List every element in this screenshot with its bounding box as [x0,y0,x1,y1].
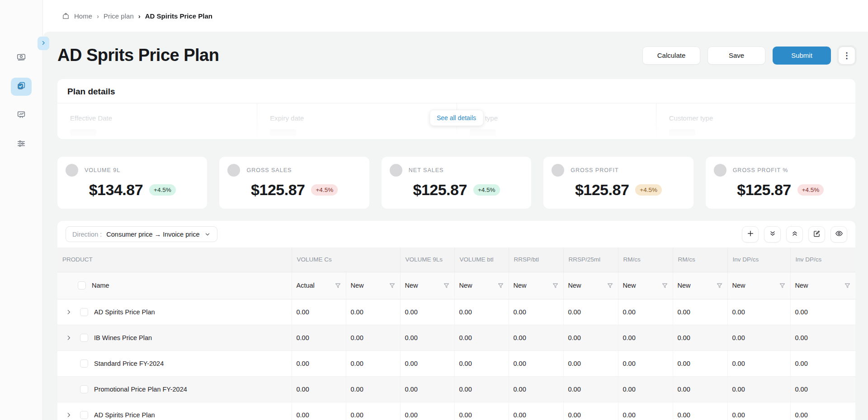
value-cell[interactable]: 0.00 [673,299,727,325]
value-cell[interactable]: 0.00 [346,299,400,325]
direction-value: Consumer price → Invoice price [106,231,199,238]
value-cell[interactable]: 0.00 [346,350,400,376]
value-cell[interactable]: 0.00 [509,299,563,325]
row-checkbox[interactable] [80,308,88,316]
column-group-label: PRODUCT [62,256,93,263]
value-cell[interactable]: 0.00 [790,325,855,350]
sidebar-expand-button[interactable] [38,37,49,50]
value-cell[interactable]: 0.00 [727,325,790,350]
view-button[interactable] [830,226,847,243]
column-group-header: Inv DP/cs [727,247,790,272]
calculate-button[interactable]: Calculate [642,47,700,65]
column-group-label: Inv DP/cs [733,256,759,263]
value-cell[interactable]: 0.00 [454,350,509,376]
value-cell[interactable]: 0.00 [346,325,400,350]
expand-row-icon[interactable] [66,309,72,315]
value-cell[interactable]: 0.00 [790,402,855,420]
filter-icon[interactable] [716,282,723,289]
row-checkbox[interactable] [80,334,88,342]
value-cell[interactable]: 0.00 [454,299,509,325]
value-cell[interactable]: 0.00 [727,299,790,325]
value-cell[interactable]: 0.00 [292,299,346,325]
kpi-delta-badge: +4.5% [797,184,824,196]
value-cell[interactable]: 0.00 [292,402,346,420]
direction-dropdown[interactable]: Direction : Consumer price → Invoice pri… [66,226,217,242]
table-header: PRODUCTVOLUME CsVOLUME 9LsVOLUME btlRRSP… [57,247,855,299]
row-checkbox[interactable] [80,411,88,419]
value-cell[interactable]: 0.00 [509,402,563,420]
value-cell[interactable]: 0.00 [563,299,618,325]
breadcrumb-home[interactable]: Home [74,12,92,20]
value-cell[interactable]: 0.00 [509,325,563,350]
filter-icon[interactable] [389,282,396,289]
chevrons-down-icon [769,230,776,238]
value-cell[interactable]: 0.00 [292,376,346,402]
value-cell[interactable]: 0.00 [563,325,618,350]
see-all-details-button[interactable]: See all details [429,110,483,126]
value-cell[interactable]: 0.00 [790,299,855,325]
filter-icon[interactable] [607,282,613,289]
row-name: AD Spirits Price Plan [94,308,155,316]
value-cell[interactable]: 0.00 [509,350,563,376]
save-button[interactable]: Save [708,47,765,65]
kpi-label: GROSS SALES [246,167,292,173]
sidebar-item-settings[interactable] [11,135,32,154]
sidebar-item-payments[interactable] [11,49,32,67]
value-cell[interactable]: 0.00 [292,325,346,350]
value-cell[interactable]: 0.00 [727,376,790,402]
row-checkbox[interactable] [80,359,88,368]
value-cell[interactable]: 0.00 [790,376,855,402]
sidebar-item-analytics[interactable] [11,107,32,125]
filter-icon[interactable] [443,282,450,289]
edit-button[interactable] [808,226,825,243]
row-checkbox[interactable] [80,385,88,393]
filter-icon[interactable] [335,282,341,289]
collapse-all-button[interactable] [786,226,803,243]
value-cell[interactable]: 0.00 [673,350,727,376]
filter-icon[interactable] [779,282,786,289]
filter-icon[interactable] [844,282,851,289]
value-cell[interactable]: 0.00 [673,325,727,350]
sidebar [0,0,43,420]
value-cell[interactable]: 0.00 [727,350,790,376]
breadcrumb-price-plan[interactable]: Price plan [104,12,134,20]
value-cell[interactable]: 0.00 [454,402,509,420]
eye-icon [835,229,843,239]
value-cell[interactable]: 0.00 [400,299,454,325]
more-actions-button[interactable]: ⋮ [838,47,855,65]
value-cell[interactable]: 0.00 [400,376,454,402]
value-cell[interactable]: 0.00 [346,402,400,420]
value-cell[interactable]: 0.00 [618,376,673,402]
value-cell[interactable]: 0.00 [618,325,673,350]
value-cell[interactable]: 0.00 [400,350,454,376]
submit-button[interactable]: Submit [773,47,831,65]
filter-icon[interactable] [661,282,668,289]
value-cell[interactable]: 0.00 [454,325,509,350]
value-cell[interactable]: 0.00 [727,402,790,420]
value-cell[interactable]: 0.00 [454,376,509,402]
value-cell[interactable]: 0.00 [618,350,673,376]
value-cell[interactable]: 0.00 [509,376,563,402]
expand-all-button[interactable] [764,226,781,243]
select-all-checkbox[interactable] [78,281,86,289]
value-cell[interactable]: 0.00 [400,325,454,350]
expand-row-icon[interactable] [66,335,72,341]
expand-row-icon[interactable] [66,412,72,418]
add-row-button[interactable] [742,226,759,243]
value-cell[interactable]: 0.00 [673,402,727,420]
value-cell[interactable]: 0.00 [400,402,454,420]
value-cell[interactable]: 0.00 [292,350,346,376]
table-row: IB Wines Price Plan 0.000.000.000.000.00… [57,325,855,350]
value-cell[interactable]: 0.00 [618,402,673,420]
value-cell[interactable]: 0.00 [346,376,400,402]
sidebar-item-price-plans[interactable] [11,78,32,96]
value-cell[interactable]: 0.00 [790,350,855,376]
value-cell[interactable]: 0.00 [563,350,618,376]
kebab-icon: ⋮ [843,51,851,60]
value-cell[interactable]: 0.00 [673,376,727,402]
value-cell[interactable]: 0.00 [618,299,673,325]
filter-icon[interactable] [497,282,504,289]
value-cell[interactable]: 0.00 [563,376,618,402]
filter-icon[interactable] [552,282,559,289]
value-cell[interactable]: 0.00 [563,402,618,420]
